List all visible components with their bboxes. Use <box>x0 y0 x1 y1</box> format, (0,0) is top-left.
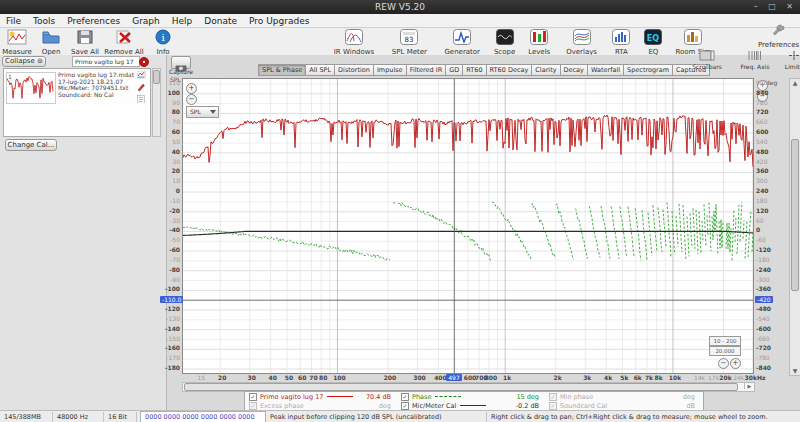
y-right-tick: -540 <box>756 316 776 322</box>
y-left-tick: -130 <box>163 316 180 322</box>
y-right-tick: 900 <box>756 80 776 86</box>
y-right-tick: -660 <box>756 336 776 342</box>
y-right-tick: 780 <box>756 100 776 106</box>
freq-axis-button[interactable]: Freq. Axis <box>732 50 778 71</box>
toolbar-eq-button[interactable]: EQEQ <box>640 29 666 56</box>
y-left-tick: -140 <box>163 326 180 332</box>
y-left-tick: -80 <box>163 267 180 273</box>
measurement-name-input[interactable]: Primo vagito lug 17 <box>72 56 140 67</box>
menu-bar: FileToolsPreferencesGraphHelpDonatePro U… <box>0 14 800 28</box>
tab-filtered-ir[interactable]: Filtered IR <box>406 64 446 76</box>
svg-text:83: 83 <box>405 36 414 44</box>
list-scrollbar[interactable] <box>152 68 161 137</box>
toolbar-remove-all-button[interactable]: Remove All <box>104 29 144 56</box>
y-right-tick: 420 <box>756 159 776 165</box>
change-cal-button[interactable]: Change Cal... <box>5 139 57 151</box>
zoom-in-y-icon[interactable]: + <box>186 83 197 94</box>
tab-all-spl[interactable]: All SPL <box>305 64 334 76</box>
open-icon <box>36 29 66 47</box>
spl-phase-plot[interactable]: + − SPL 10 - 200 20.000 − + <box>182 78 754 374</box>
x-range-box-2[interactable]: 20.000 <box>709 346 741 356</box>
x-range-box[interactable]: 10 - 200 <box>709 336 741 346</box>
x-tick-200: 200 <box>379 375 401 381</box>
tab-spl-phase[interactable]: SPL & Phase <box>258 64 305 76</box>
edit-pencil-icon <box>138 84 145 91</box>
zoom-out-x-icon[interactable]: − <box>718 358 729 369</box>
tab-distortion[interactable]: Distortion <box>334 64 373 76</box>
zoom-out-y-icon[interactable]: − <box>186 94 197 105</box>
tab-waterfall[interactable]: Waterfall <box>587 64 623 76</box>
tab-clarity[interactable]: Clarity <box>531 64 559 76</box>
menu-help[interactable]: Help <box>166 16 199 26</box>
window-title: REW V5.20 <box>375 2 425 12</box>
toolbar-levels-button[interactable]: Levels <box>524 29 555 56</box>
toolbar-measure-button[interactable]: Measure <box>2 29 32 56</box>
y-right-tick: 540 <box>756 139 776 145</box>
zoom-in-x-icon[interactable]: + <box>730 358 741 369</box>
measurement-item[interactable]: 1 Primo vagito lug 17.mdat 17-lug-2021 1… <box>4 69 148 105</box>
y-right-tick: -120 <box>756 247 776 253</box>
scroll-right-arrow-icon: ▶ <box>744 383 754 389</box>
checkbox-min-phase[interactable]: ✓ <box>549 393 557 401</box>
checkbox-mic-meter-cal[interactable]: ✓ <box>401 402 409 410</box>
preferences-button[interactable]: Preferences <box>758 24 798 49</box>
toolbar-open-button[interactable]: Open <box>36 29 66 56</box>
chevron-down-icon <box>210 110 216 117</box>
measurement-soundcard-cal: Soundcard: No Cal <box>58 92 134 99</box>
y-left-tick: -40 <box>163 227 180 233</box>
tab-spectrogram[interactable]: Spectrogram <box>623 64 672 76</box>
rew-window: REW V5.20 – □ ✕ FileToolsPreferencesGrap… <box>0 0 800 422</box>
plot-v-scrollbar[interactable]: ▲ ▼ <box>789 78 800 376</box>
menu-pro-upgrades[interactable]: Pro Upgrades <box>243 16 315 26</box>
tab-impulse[interactable]: Impulse <box>373 64 406 76</box>
limits-button[interactable]: Limits <box>780 50 800 71</box>
y-left-tick: 100 <box>163 90 180 96</box>
legend-label: Primo vagito lug 17 <box>260 393 323 401</box>
toolbar-save-all-button[interactable]: Save All <box>70 29 100 56</box>
y-left-tick: 0 <box>163 188 180 194</box>
x-tick-15: 15 <box>190 375 212 381</box>
x-tick-100: 100 <box>328 375 350 381</box>
menu-tools[interactable]: Tools <box>27 16 61 26</box>
toolbar-info-button[interactable]: iInfo <box>148 29 178 56</box>
x-tick-1k: 1k <box>496 375 518 381</box>
y-left-tick: -170 <box>163 355 180 361</box>
x-tick-20: 20 <box>211 375 233 381</box>
status-digits: 0000 0000 0000 0000 0000 0000 <box>140 411 266 422</box>
toolbar-overlays-button[interactable]: Overlays <box>561 29 603 56</box>
toolbar-spl-meter-button[interactable]: 83SPL Meter <box>386 29 433 56</box>
y-left-tick: -60 <box>163 247 180 253</box>
legend-value: dB <box>686 402 695 410</box>
scrollbars-button[interactable]: Scrollbars <box>684 50 730 71</box>
title-bar[interactable]: REW V5.20 – □ ✕ <box>0 0 800 14</box>
toolbar-scope-button[interactable]: Scope <box>492 29 518 56</box>
tab-rt60-decay[interactable]: RT60 Decay <box>486 64 532 76</box>
window-controls-icon[interactable]: – □ ✕ <box>754 0 797 14</box>
checkbox-excess-phase[interactable]: ✓ <box>249 402 257 410</box>
trace-options-icon <box>137 71 145 78</box>
y-left-tick: -100 <box>163 286 180 292</box>
measurement-item-icons[interactable] <box>137 71 146 103</box>
menu-donate[interactable]: Donate <box>198 16 243 26</box>
scope-icon <box>492 29 518 47</box>
ir-windows-icon <box>328 29 380 47</box>
legend-label: Mic/Meter Cal <box>412 402 456 410</box>
remove-measurement-icon[interactable] <box>139 57 149 67</box>
checkbox-phase[interactable]: ✓ <box>401 393 409 401</box>
tab-decay[interactable]: Decay <box>560 64 587 76</box>
tab-rt60[interactable]: RT60 <box>462 64 485 76</box>
checkbox-primo-vagito-lug-17[interactable]: ✓ <box>249 393 257 401</box>
trace-select-dropdown[interactable]: SPL <box>186 106 219 118</box>
toolbar-rta-button[interactable]: RTA <box>608 29 634 56</box>
collapse-button[interactable]: Collapse ⊜ <box>2 56 46 67</box>
menu-file[interactable]: File <box>0 16 27 26</box>
y-right-tick: -840 <box>756 365 776 371</box>
menu-preferences[interactable]: Preferences <box>61 16 126 26</box>
y-right-tick: -720 <box>756 345 776 351</box>
toolbar-generator-button[interactable]: Generator <box>439 29 486 56</box>
toolbar-ir-windows-button[interactable]: IR Windows <box>328 29 380 56</box>
tab-gd[interactable]: GD <box>445 64 462 76</box>
y-left-tick: 60 <box>163 129 180 135</box>
menu-graph[interactable]: Graph <box>126 16 166 26</box>
checkbox-soundcard-cal[interactable]: ✓ <box>549 402 557 410</box>
